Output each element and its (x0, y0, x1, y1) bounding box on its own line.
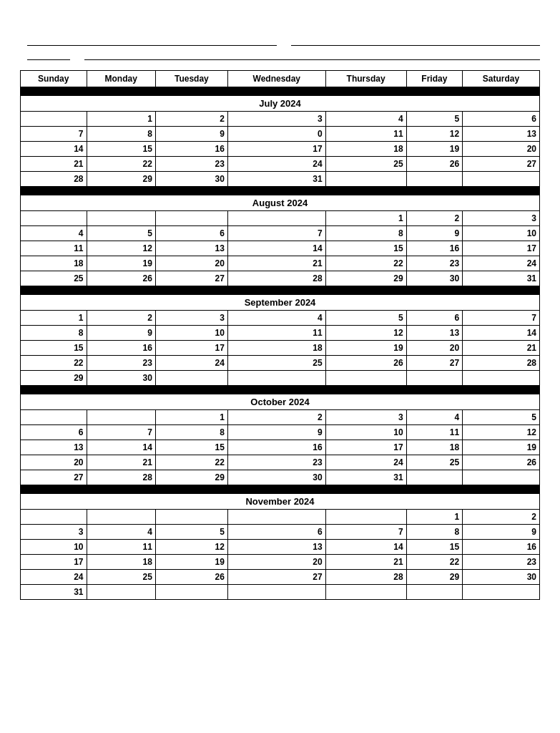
grade-field[interactable] (27, 49, 70, 60)
day-cell: 14 (227, 241, 325, 256)
day-cell: 19 (406, 142, 462, 157)
day-cell: 24 (155, 356, 227, 371)
week-row: 123456 (21, 112, 540, 127)
month-title-1: August 2024 (21, 195, 540, 211)
week-row: 891011121314 (21, 326, 540, 341)
day-cell (21, 211, 87, 226)
week-row: 10111213141516 (21, 540, 540, 555)
day-cell: 29 (21, 371, 87, 386)
week-row: 11121314151617 (21, 241, 540, 256)
day-cell: 8 (21, 326, 87, 341)
day-cell: 21 (87, 455, 155, 470)
form-row-1 (20, 34, 540, 46)
day-cell: 13 (21, 440, 87, 455)
day-cell (227, 585, 325, 600)
day-cell: 28 (463, 356, 540, 371)
day-cell: 1 (155, 410, 227, 425)
day-cell: 30 (155, 172, 227, 187)
day-cell: 18 (406, 440, 462, 455)
day-cell: 16 (87, 341, 155, 356)
day-cell: 23 (406, 256, 462, 271)
week-row: 15161718192021 (21, 341, 540, 356)
day-cell: 10 (21, 540, 87, 555)
day-cell: 16 (406, 241, 462, 256)
month-title-3: October 2024 (21, 394, 540, 410)
day-cell: 16 (463, 540, 540, 555)
day-cell: 1 (87, 112, 155, 127)
day-cell: 27 (21, 470, 87, 485)
day-cell: 18 (21, 256, 87, 271)
day-cell (463, 585, 540, 600)
day-cell: 13 (155, 241, 227, 256)
parent-guardian-field[interactable] (291, 34, 541, 46)
day-cell (325, 510, 406, 525)
day-cell: 31 (463, 271, 540, 286)
col-header-friday: Friday (406, 71, 462, 87)
month-name-4: November 2024 (21, 494, 540, 510)
day-cell: 25 (227, 356, 325, 371)
day-cell: 6 (406, 311, 462, 326)
day-cell (155, 585, 227, 600)
day-cell: 19 (155, 555, 227, 570)
week-row: 2728293031 (21, 470, 540, 485)
home-address-field[interactable] (84, 49, 540, 60)
day-cell: 17 (227, 142, 325, 157)
day-cell: 22 (406, 555, 462, 570)
week-row: 31 (21, 585, 540, 600)
day-cell: 29 (155, 470, 227, 485)
day-cell: 9 (87, 326, 155, 341)
day-cell: 25 (406, 455, 462, 470)
month-title-2: September 2024 (21, 295, 540, 311)
day-cell: 8 (406, 525, 462, 540)
day-cell: 2 (87, 311, 155, 326)
week-row: 6789101112 (21, 425, 540, 440)
day-cell (155, 371, 227, 386)
day-cell: 15 (155, 440, 227, 455)
day-cell: 31 (227, 172, 325, 187)
day-cell: 24 (227, 157, 325, 172)
day-cell: 4 (406, 410, 462, 425)
day-cell: 3 (463, 211, 540, 226)
month-name-3: October 2024 (21, 394, 540, 410)
student-name-field[interactable] (27, 34, 277, 46)
day-cell: 24 (463, 256, 540, 271)
week-row: 21222324252627 (21, 157, 540, 172)
day-cell: 21 (21, 157, 87, 172)
day-cell: 30 (463, 570, 540, 585)
day-cell: 8 (87, 127, 155, 142)
day-cell: 22 (155, 455, 227, 470)
day-cell: 28 (227, 271, 325, 286)
day-cell: 11 (227, 326, 325, 341)
day-cell: 28 (87, 470, 155, 485)
day-cell: 5 (155, 525, 227, 540)
day-cell: 16 (155, 142, 227, 157)
day-cell: 13 (227, 540, 325, 555)
day-cell: 30 (406, 271, 462, 286)
day-cell (155, 211, 227, 226)
col-header-thursday: Thursday (325, 71, 406, 87)
day-cell: 27 (155, 271, 227, 286)
week-row: 22232425262728 (21, 356, 540, 371)
day-cell: 4 (227, 311, 325, 326)
day-cell: 4 (21, 226, 87, 241)
day-cell: 14 (87, 440, 155, 455)
attendance-calendar: SundayMondayTuesdayWednesdayThursdayFrid… (20, 70, 540, 600)
day-cell: 29 (406, 570, 462, 585)
week-row: 123 (21, 211, 540, 226)
day-cell: 26 (325, 356, 406, 371)
day-cell: 9 (406, 226, 462, 241)
day-cell: 2 (227, 410, 325, 425)
day-cell: 15 (325, 241, 406, 256)
day-cell: 21 (325, 555, 406, 570)
day-cell: 9 (155, 127, 227, 142)
day-cell (87, 211, 155, 226)
day-cell: 15 (21, 341, 87, 356)
separator-row-0 (21, 87, 540, 96)
week-row: 45678910 (21, 226, 540, 241)
day-cell: 24 (325, 455, 406, 470)
day-cell: 19 (463, 440, 540, 455)
day-cell: 22 (87, 157, 155, 172)
day-cell: 18 (87, 555, 155, 570)
day-cell (227, 510, 325, 525)
day-cell: 26 (155, 570, 227, 585)
